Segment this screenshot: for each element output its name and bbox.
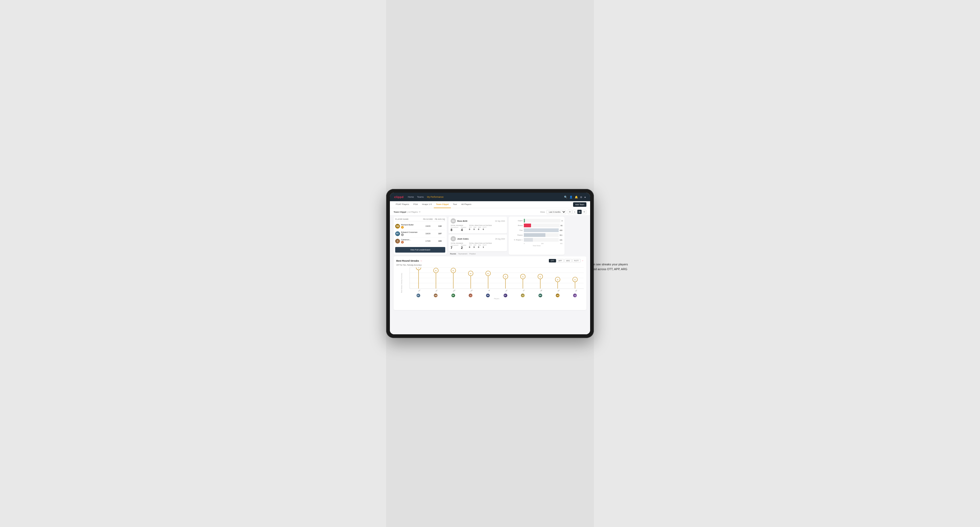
table-view-icon[interactable]: ▤ bbox=[578, 210, 582, 214]
player-avatar-col: RB bbox=[479, 294, 497, 297]
list-view-icon[interactable]: ≡ bbox=[573, 210, 577, 214]
tab-pgat-players[interactable]: PGAT Players bbox=[394, 201, 411, 208]
view-leaderboard-button[interactable]: View Full Leaderboard bbox=[395, 247, 445, 252]
bogeys-value: 311 bbox=[560, 234, 562, 236]
add-team-button[interactable]: Add Team bbox=[573, 202, 586, 207]
bogeys-bar-container bbox=[524, 233, 559, 237]
pb-score-cameron: 17/20 bbox=[421, 240, 434, 242]
tab-tour[interactable]: Tour bbox=[451, 201, 460, 208]
player-name-miller: M. Miller bbox=[535, 290, 547, 291]
period-select[interactable]: Last 3 months Last 6 months Last year bbox=[546, 210, 566, 214]
activities-group-josh: Total Practice Activities OTT 0 APP bbox=[469, 243, 492, 250]
avatar-icon[interactable]: ● bbox=[584, 195, 586, 198]
player-name-col: R. Britt bbox=[479, 290, 497, 291]
avatar-miller: MM bbox=[538, 294, 542, 297]
nav-teams[interactable]: Teams bbox=[417, 195, 424, 199]
sub-nav: PGAT Players PGA Hcaps 1-5 Team Clippd T… bbox=[390, 201, 590, 208]
app-logo: clippd bbox=[394, 195, 403, 198]
tab-hcaps[interactable]: Hcaps 1-5 bbox=[420, 201, 434, 208]
nav-bar: clippd Home Teams My Performance 🔍 👤 🔔 ⊕… bbox=[390, 193, 590, 201]
grid-view-icon[interactable]: ⊞ bbox=[568, 210, 572, 214]
player-name-col: E. Ewert bbox=[410, 290, 427, 291]
player-avatar-col: CQ bbox=[566, 294, 584, 297]
avatar-crossman: EC bbox=[504, 294, 508, 297]
pc-name-josh: Josh Coles bbox=[457, 238, 494, 240]
leaderboard-card: PLAYER NAME PB SCORE PB AVG SQ RB Richar… bbox=[394, 217, 447, 255]
dbogeys-bar bbox=[524, 238, 533, 242]
tab-putt[interactable]: PUTT bbox=[572, 259, 581, 262]
y-axis-label: Best Streak, Fairway Accuracy bbox=[401, 282, 402, 293]
rounds-label: Total Rounds bbox=[450, 225, 466, 226]
avatar-butler-small: RB bbox=[556, 294, 560, 297]
eagles-label: Eagles bbox=[511, 220, 523, 221]
arg-value-rees: 0 bbox=[478, 228, 481, 230]
bogeys-bar bbox=[524, 233, 546, 237]
svg-text:4x: 4x bbox=[504, 276, 506, 278]
player-name-with-badge-butler: Richard Butler 1 bbox=[401, 224, 414, 229]
nav-home[interactable]: Home bbox=[408, 195, 414, 199]
rounds-legend: Rounds bbox=[450, 253, 456, 255]
tab-app[interactable]: APP bbox=[557, 259, 564, 262]
avatar-crossman: EC bbox=[395, 231, 400, 236]
tablet-frame: clippd Home Teams My Performance 🔍 👤 🔔 ⊕… bbox=[386, 189, 594, 338]
pc-stats-josh: Total Rounds Tournament 7 Practice bbox=[450, 243, 505, 250]
chart-row-bogeys: Bogeys 311 bbox=[511, 233, 562, 237]
avatar-cameron: C bbox=[395, 239, 400, 243]
player-info-butler: RB Richard Butler 1 bbox=[395, 224, 421, 229]
pb-score-crossman: 18/20 bbox=[421, 232, 434, 235]
pc-header-josh: JC Josh Coles 26 Aug 2023 bbox=[450, 236, 505, 241]
subtitle-italic: Fairway Accuracy bbox=[407, 264, 422, 266]
pc-date-josh: 26 Aug 2023 bbox=[495, 238, 505, 240]
settings-icon[interactable]: ⊕ bbox=[580, 195, 582, 198]
pc-name-rees: Rees Britt bbox=[457, 220, 494, 222]
pc-date-rees: 02 Sep 2023 bbox=[495, 220, 505, 222]
putt-value-josh: 1 bbox=[483, 246, 487, 248]
player-avatars-row: EE BM DB JC RB bbox=[410, 294, 584, 297]
edit-icon[interactable]: ✏ bbox=[419, 211, 421, 213]
player-avatar-col: DF bbox=[514, 294, 531, 297]
chart-card: Eagles 3 Birdies bbox=[509, 217, 565, 255]
detail-view-icon[interactable]: ⊟ bbox=[582, 210, 586, 214]
nav-my-performance[interactable]: My Performance bbox=[427, 195, 444, 199]
bell-icon[interactable]: 🔔 bbox=[575, 195, 578, 198]
birdies-value: 96 bbox=[561, 225, 562, 227]
team-controls: Show Last 3 months Last 6 months Last ye… bbox=[540, 210, 586, 214]
user-icon[interactable]: 👤 bbox=[570, 195, 573, 198]
activities-label-josh: Total Practice Activities bbox=[469, 243, 492, 244]
player-name-quick: C. Quick bbox=[570, 290, 582, 291]
nav-icons: 🔍 👤 🔔 ⊕ ● bbox=[564, 195, 586, 198]
pars-label: Pars bbox=[511, 229, 523, 231]
app-value-josh: 0 bbox=[474, 246, 476, 248]
player-name-with-badge-cameron: Cameron... 3 bbox=[401, 238, 411, 243]
avatar-ford: DF bbox=[521, 294, 525, 297]
team-title: Team Clippd bbox=[394, 211, 406, 213]
pb-avg-header: PB AVG SQ bbox=[434, 218, 445, 220]
eagles-value: 3 bbox=[562, 220, 562, 222]
tab-ott[interactable]: OTT bbox=[549, 259, 556, 262]
chart-x-axis: 0 200 400 bbox=[511, 243, 562, 244]
svg-text:5x: 5x bbox=[487, 273, 489, 275]
player-name-col: D. Billingham bbox=[444, 290, 462, 291]
search-icon[interactable]: 🔍 bbox=[564, 195, 567, 198]
dbogeys-value: 131 bbox=[560, 239, 562, 241]
tab-pga[interactable]: PGA bbox=[411, 201, 420, 208]
pb-avg-butler: 110 bbox=[434, 225, 445, 227]
player-row: EC Edward Crossman 2 18/20 107 bbox=[395, 230, 445, 237]
streaks-section: Best Round Streaks ← OTT APP ARG PUTT ← bbox=[394, 256, 586, 310]
pb-avg-crossman: 107 bbox=[434, 232, 445, 235]
player-name-coles: J. Coles bbox=[466, 290, 477, 291]
player-name-col: J. Coles bbox=[462, 290, 479, 291]
dbogeys-bar-container bbox=[524, 238, 559, 242]
player-card-rees: RB Rees Britt 02 Sep 2023 Total Rounds T… bbox=[449, 217, 507, 233]
tab-arg[interactable]: ARG bbox=[564, 259, 572, 262]
player-name-header: PLAYER NAME bbox=[395, 218, 421, 220]
streaks-header: Best Round Streaks ← OTT APP ARG PUTT ← bbox=[396, 259, 584, 262]
player-avatar-col: EC bbox=[497, 294, 514, 297]
sub-nav-tabs: PGAT Players PGA Hcaps 1-5 Team Clippd T… bbox=[394, 201, 573, 208]
player-name-billingham: D. Billingham bbox=[448, 290, 460, 291]
tab-team-clippd[interactable]: Team Clippd bbox=[434, 201, 450, 208]
tab-all-players[interactable]: All Players bbox=[459, 201, 474, 208]
player-avatar-col: BM bbox=[427, 294, 444, 297]
player-cards-column: RB Rees Britt 02 Sep 2023 Total Rounds T… bbox=[449, 217, 507, 255]
player-names-row: E. Ewert B. McHerg D. Billingham J. Cole… bbox=[410, 290, 584, 291]
